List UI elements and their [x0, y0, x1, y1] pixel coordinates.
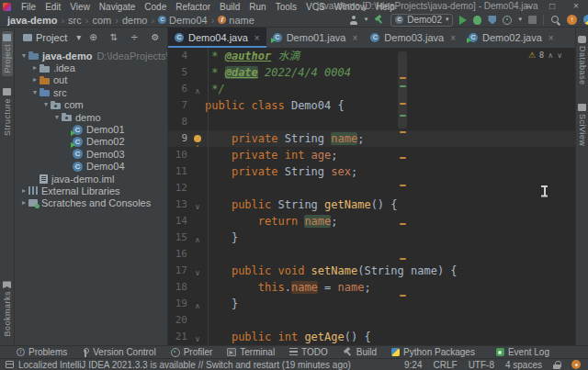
- expand-collapse-icon[interactable]: ⇅: [107, 33, 120, 42]
- scrollbar-thumb[interactable]: [398, 51, 407, 129]
- menu-view[interactable]: View: [65, 2, 95, 12]
- tab-demo04-java[interactable]: Demo04.java×: [168, 28, 266, 48]
- encoding[interactable]: UTF-8: [469, 360, 494, 370]
- tree-item-demo[interactable]: ▾demo: [16, 111, 167, 123]
- tree-chevron-icon[interactable]: ▸: [19, 187, 28, 195]
- tree-item-out[interactable]: ▸out: [16, 74, 167, 86]
- breadcrumb-item[interactable]: Demo04: [158, 15, 208, 26]
- tree-chevron-icon[interactable]: ▸: [19, 199, 28, 207]
- tree-item-src[interactable]: ▾src: [16, 86, 167, 98]
- code-text[interactable]: [205, 180, 575, 196]
- tab-todo[interactable]: TODO: [282, 346, 335, 359]
- menu-code[interactable]: Code: [140, 2, 171, 12]
- fold-collapse-icon[interactable]: ∧: [195, 302, 200, 310]
- sidebar-item-sciview[interactable]: SciView: [577, 101, 588, 149]
- tab-python-packages[interactable]: Python Packages: [384, 346, 482, 359]
- tree-chevron-icon[interactable]: ▸: [30, 76, 40, 84]
- search-icon[interactable]: [550, 15, 560, 25]
- tab-profiler[interactable]: Profiler: [164, 346, 220, 359]
- sidebar-item-database[interactable]: Database: [577, 33, 588, 88]
- project-panel-title[interactable]: Project ▾: [23, 32, 81, 43]
- sidebar-item-project[interactable]: Project: [2, 31, 13, 76]
- breadcrumb-item[interactable]: src: [68, 15, 82, 26]
- breadcrumb-item[interactable]: com: [92, 15, 111, 26]
- code-text[interactable]: public String getName() {: [205, 196, 575, 213]
- tree-item-demo03[interactable]: Demo03: [16, 148, 167, 160]
- code-text[interactable]: public void setName(String name) {: [205, 263, 575, 279]
- collapse-all-icon[interactable]: ÷: [128, 33, 141, 42]
- fold-expand-icon[interactable]: ∨: [195, 203, 200, 211]
- stripe-mark[interactable]: [400, 258, 406, 260]
- tree-item-scratches-and-consoles[interactable]: ▸Scratches and Consoles: [16, 197, 167, 209]
- status-message[interactable]: Localized IntelliJ IDEA 2021.3.3 is avai…: [18, 360, 351, 370]
- tree-chevron-icon[interactable]: ▾: [30, 89, 40, 96]
- tree-chevron-icon[interactable]: ▾: [52, 114, 62, 121]
- tree-item-com[interactable]: ▾com: [16, 99, 167, 111]
- code-text[interactable]: [205, 114, 575, 130]
- run-config-select[interactable]: Demo02 ▾: [390, 14, 453, 27]
- plugin-icon[interactable]: [583, 15, 588, 25]
- stripe-mark[interactable]: [400, 157, 406, 159]
- updates-icon[interactable]: [567, 15, 577, 25]
- tree-chevron-icon[interactable]: ▾: [19, 52, 28, 60]
- code-text[interactable]: this.name = name;: [205, 279, 575, 296]
- menu-tools[interactable]: Tools: [271, 2, 301, 12]
- tab-version-control[interactable]: Version Control: [74, 346, 163, 359]
- breadcrumb-item[interactable]: fname: [218, 15, 254, 26]
- close-icon[interactable]: ×: [353, 33, 358, 43]
- sidebar-item-structure[interactable]: Structure: [2, 85, 13, 139]
- tab-terminal[interactable]: Terminal: [220, 346, 282, 359]
- stripe-mark[interactable]: [400, 131, 406, 133]
- code-text[interactable]: private String name;: [205, 130, 575, 147]
- tree-item-external-libraries[interactable]: ▸External Libraries: [16, 185, 167, 196]
- close-icon[interactable]: ×: [254, 33, 260, 43]
- stripe-mark[interactable]: [400, 77, 406, 79]
- tree-item-demo04[interactable]: Demo04: [16, 161, 167, 173]
- sidebar-item-bookmarks[interactable]: Bookmarks: [2, 278, 13, 340]
- tree-item-java-demo-iml[interactable]: java-demo.iml: [16, 173, 167, 185]
- code-text[interactable]: */: [205, 81, 575, 97]
- line-ending[interactable]: CRLF: [434, 360, 458, 370]
- stripe-mark[interactable]: [400, 223, 406, 225]
- inspections-widget[interactable]: ⚠ 8 ∧ ∨: [528, 50, 562, 60]
- stripe-mark[interactable]: [400, 185, 406, 186]
- code-text[interactable]: private int age;: [205, 147, 575, 163]
- fold-expand-icon[interactable]: ∨: [195, 269, 200, 277]
- breadcrumb-item[interactable]: demo: [122, 15, 148, 26]
- intention-bulb-icon[interactable]: [194, 135, 201, 142]
- tab-demo02-java[interactable]: Demo02.java×: [462, 28, 560, 48]
- tree-chevron-icon[interactable]: ▾: [41, 101, 51, 108]
- stripe-mark[interactable]: [400, 115, 406, 117]
- breadcrumb-item[interactable]: java-demo: [7, 15, 57, 26]
- close-button[interactable]: ×: [564, 0, 588, 13]
- fold-collapse-icon[interactable]: ∧: [195, 87, 200, 95]
- tab-event-log[interactable]: Event Log: [489, 346, 557, 359]
- close-icon[interactable]: ×: [450, 33, 456, 43]
- menu-run[interactable]: Run: [244, 2, 270, 12]
- code-text[interactable]: public int getAge() {: [205, 329, 575, 345]
- settings-gear-icon[interactable]: ⚙: [148, 33, 162, 42]
- run-button[interactable]: [459, 16, 467, 25]
- minimize-button[interactable]: –: [516, 0, 540, 13]
- code-text[interactable]: [205, 246, 575, 263]
- fold-collapse-icon[interactable]: ∧: [195, 236, 200, 244]
- notifications-icon[interactable]: [571, 360, 581, 369]
- stripe-mark[interactable]: [400, 103, 406, 105]
- caret-position[interactable]: 9:24: [404, 360, 422, 370]
- maximize-button[interactable]: □: [540, 0, 564, 13]
- menu-edit[interactable]: Edit: [40, 2, 65, 12]
- lock-icon[interactable]: [553, 361, 560, 369]
- code-area[interactable]: 4 * @author 水滴5 * @date 2022/4/4 00046∧ …: [168, 48, 575, 345]
- next-warning-icon[interactable]: ∨: [557, 51, 562, 60]
- code-text[interactable]: * @author 水滴: [205, 48, 575, 64]
- debug-button[interactable]: [473, 16, 481, 25]
- menu-refactor[interactable]: Refactor: [171, 2, 215, 12]
- code-text[interactable]: [205, 312, 575, 329]
- tree-item-demo01[interactable]: Demo01: [16, 123, 167, 135]
- code-text[interactable]: return name;: [205, 213, 575, 230]
- user-icon[interactable]: [349, 16, 358, 25]
- locate-icon[interactable]: ⊕: [86, 33, 99, 42]
- menu-file[interactable]: File: [17, 2, 40, 12]
- tree-item--idea[interactable]: ▸.idea: [16, 62, 167, 73]
- code-text[interactable]: private String sex;: [205, 163, 575, 180]
